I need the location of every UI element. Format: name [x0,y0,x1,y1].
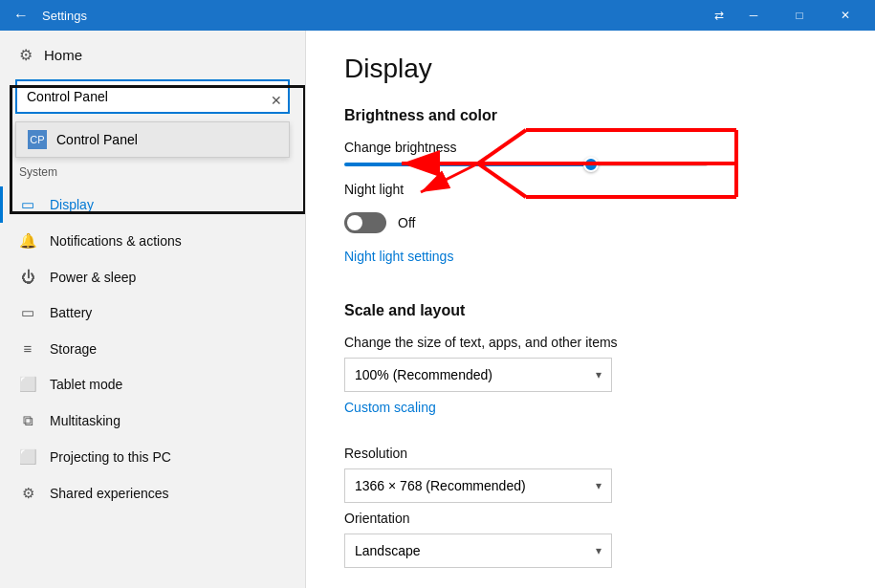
resize-arrows: ⇄ [714,9,724,22]
orientation-value: Landscape [355,543,421,558]
home-icon: ⚙ [19,46,33,64]
resolution-chevron-icon: ▾ [596,479,602,492]
search-result-control-panel[interactable]: CP Control Panel [16,122,289,157]
sidebar-section-label: System [0,158,305,183]
home-label: Home [44,47,82,63]
night-light-settings-link[interactable]: Night light settings [344,249,453,264]
sidebar-item-projecting[interactable]: ⬜ Projecting to this PC [0,439,305,475]
notifications-label: Notifications & actions [50,233,182,249]
sidebar-nav: ▭ Display 🔔 Notifications & actions ⏻ Po… [0,186,305,512]
night-light-toggle[interactable] [344,212,386,233]
storage-icon: ≡ [19,340,36,357]
control-panel-label: Control Panel [56,132,138,147]
sidebar-item-power[interactable]: ⏻ Power & sleep [0,259,305,294]
display-label: Display [50,197,94,212]
sidebar-item-tablet[interactable]: ⬜ Tablet mode [0,366,305,403]
power-label: Power & sleep [50,270,136,285]
brightness-thumb[interactable] [583,157,599,172]
sidebar-home[interactable]: ⚙ Home [0,31,305,79]
night-light-toggle-row: Off [344,212,837,233]
window-controls: ─ □ ✕ [732,0,867,31]
notifications-icon: 🔔 [19,232,36,250]
toggle-thumb [347,215,362,230]
multitasking-label: Multitasking [50,413,120,428]
sidebar-item-notifications[interactable]: 🔔 Notifications & actions [0,223,305,259]
projecting-icon: ⬜ [19,448,36,466]
app-body: ⚙ Home ✕ CP Control Panel System ▭ Displ… [0,31,875,588]
sidebar-item-storage[interactable]: ≡ Storage [0,331,305,366]
night-light-row: Night light [344,182,837,205]
shared-label: Shared experiences [50,486,169,501]
titlebar: ← Settings ⇄ ─ □ ✕ [0,0,875,31]
orientation-select[interactable]: Landscape ▾ [344,534,612,568]
scale-section: Scale and layout Change the size of text… [344,302,837,568]
tablet-icon: ⬜ [19,376,36,393]
back-button[interactable]: ← [8,2,34,29]
page-title: Display [344,54,837,84]
search-dropdown: CP Control Panel [15,121,290,158]
search-input[interactable] [15,79,290,114]
scale-section-title: Scale and layout [344,302,837,319]
orientation-chevron-icon: ▾ [596,544,602,557]
app-title: Settings [42,9,714,23]
brightness-slider-container [344,163,837,166]
scale-select[interactable]: 100% (Recommended) ▾ [344,358,612,392]
sidebar-item-shared[interactable]: ⚙ Shared experiences [0,475,305,512]
storage-label: Storage [50,341,97,357]
power-icon: ⏻ [19,269,36,285]
main-content: Display Brightness and color Change brig… [306,31,875,588]
scale-chevron-icon: ▾ [596,368,602,381]
maximize-button[interactable]: □ [777,0,821,31]
resolution-label: Resolution [344,446,837,461]
sidebar-item-display[interactable]: ▭ Display [0,186,305,223]
tablet-label: Tablet mode [50,377,122,392]
scale-value: 100% (Recommended) [355,367,492,382]
multitasking-icon: ⧉ [19,412,36,429]
display-icon: ▭ [19,196,36,213]
minimize-button[interactable]: ─ [732,0,776,31]
custom-scaling-link[interactable]: Custom scaling [344,400,436,415]
night-light-label: Night light [344,182,404,197]
sidebar-item-multitasking[interactable]: ⧉ Multitasking [0,403,305,439]
resolution-value: 1366 × 768 (Recommended) [355,478,526,493]
search-clear-button[interactable]: ✕ [271,94,282,107]
battery-label: Battery [50,305,92,320]
night-light-state: Off [398,215,415,230]
close-button[interactable]: ✕ [823,0,867,31]
scale-label: Change the size of text, apps, and other… [344,335,837,350]
projecting-label: Projecting to this PC [50,449,171,465]
battery-icon: ▭ [19,304,36,321]
orientation-label: Orientation [344,511,837,526]
search-container: ✕ [0,79,305,121]
shared-icon: ⚙ [19,485,36,502]
sidebar-item-battery[interactable]: ▭ Battery [0,294,305,331]
resolution-select[interactable]: 1366 × 768 (Recommended) ▾ [344,468,612,503]
brightness-slider[interactable] [344,163,708,166]
sidebar: ⚙ Home ✕ CP Control Panel System ▭ Displ… [0,31,306,588]
brightness-section: Brightness and color Change brightness N… [344,107,837,287]
brightness-label: Change brightness [344,140,837,155]
brightness-section-title: Brightness and color [344,107,837,124]
control-panel-icon: CP [28,130,47,149]
